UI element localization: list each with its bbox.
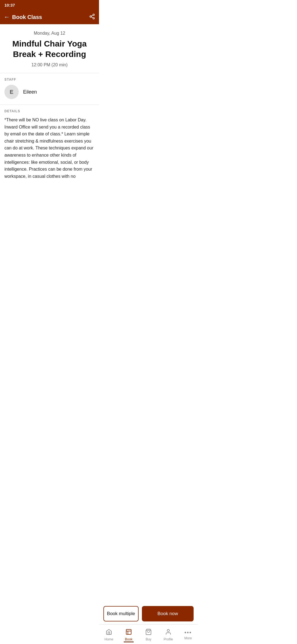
share-icon[interactable] [89,13,95,21]
details-label: DETAILS [4,109,95,113]
staff-row: E Eileen [4,85,95,99]
staff-avatar: E [4,85,19,99]
nav-title: Book Class [12,14,42,20]
nav-bar: ← Book Class [0,10,99,24]
class-time: 12:00 PM (20 min) [4,62,95,67]
staff-section: STAFF E Eileen [4,73,95,105]
svg-line-3 [91,17,93,18]
status-time: 10:37 [4,3,15,7]
status-bar: 10:37 [0,0,99,10]
class-title: Mindful Chair Yoga Break + Recording [4,39,95,59]
staff-name: Eileen [23,89,37,95]
class-date: Monday, Aug 12 [4,31,95,36]
details-section: DETAILS *There will be NO live class on … [4,105,95,187]
staff-label: STAFF [4,78,95,81]
svg-line-4 [91,15,93,16]
main-content: Monday, Aug 12 Mindful Chair Yoga Break … [0,24,99,229]
back-icon[interactable]: ← [4,13,10,21]
nav-bar-left: ← Book Class [4,13,42,21]
details-text: *There will be NO live class on Labor Da… [4,116,95,185]
